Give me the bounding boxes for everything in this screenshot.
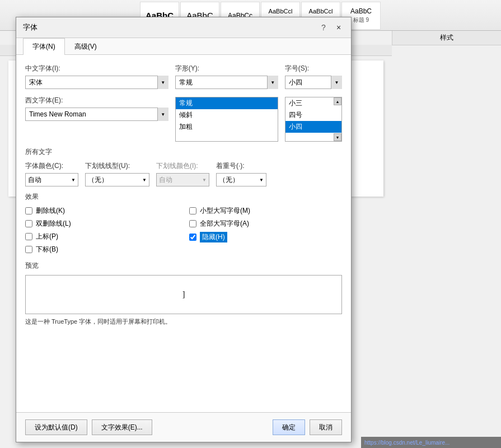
- font-style-list-wrap: 常规 倾斜 加粗: [175, 96, 278, 142]
- hidden-label[interactable]: 隐藏(H): [200, 232, 227, 242]
- dialog-title-actions: ? ×: [319, 22, 344, 33]
- text-effects-button[interactable]: 文字效果(E)...: [92, 419, 152, 435]
- chinese-font-input-wrap: ▼: [25, 76, 168, 89]
- font-size-dropdown[interactable]: ▼: [331, 76, 342, 89]
- double-strikethrough-checkbox[interactable]: [25, 220, 32, 227]
- all-text-section: 所有文字 字体颜色(C): 自动 ▼ 下划线线型(U): （无） ▼: [25, 147, 342, 186]
- font-size-list-wrap: 小三 四号 小四 ▲ ▼: [285, 96, 342, 142]
- font-size-input-wrap: ▼: [285, 76, 342, 89]
- preview-header: 预览: [25, 261, 342, 270]
- font-style-group: 字形(Y): ▼: [175, 64, 278, 89]
- size-option-4[interactable]: 四号: [285, 109, 341, 121]
- western-font-dropdown[interactable]: ▼: [157, 108, 168, 121]
- effects-header: 效果: [25, 192, 342, 202]
- font-size-list-group: 小三 四号 小四 ▲ ▼: [285, 96, 342, 142]
- small-caps-checkbox[interactable]: [189, 207, 196, 214]
- dialog-body: 中文字体(I): ▼ 字形(Y): ▼ 字号(S): ▼: [16, 55, 351, 335]
- preview-box: ]: [25, 275, 342, 314]
- all-text-row: 字体颜色(C): 自动 ▼ 下划线线型(U): （无） ▼ 下划: [25, 161, 342, 186]
- western-font-group: 西文字体(E): ▼: [25, 96, 168, 142]
- double-strikethrough-item: 双删除线(L): [25, 219, 178, 228]
- effects-right-col: 小型大写字母(M) 全部大写字母(A) 隐藏(H): [189, 206, 342, 254]
- font-style-list[interactable]: 常规 倾斜 加粗: [175, 97, 278, 142]
- underline-style-field: 下划线线型(U): （无） ▼: [85, 161, 149, 186]
- size-option-small3[interactable]: 小三: [285, 97, 341, 109]
- double-strikethrough-label[interactable]: 双删除线(L): [36, 219, 71, 228]
- font-style-dropdown[interactable]: ▼: [267, 76, 278, 89]
- font-style-label: 字形(Y):: [175, 64, 278, 73]
- underline-color-label: 下划线颜色(I):: [156, 161, 209, 171]
- dialog-titlebar: 字体 ? ×: [16, 17, 351, 38]
- western-font-input[interactable]: [25, 108, 168, 121]
- font-color-label: 字体颜色(C):: [25, 161, 78, 171]
- font-color-select[interactable]: 自动 ▼: [25, 173, 78, 186]
- size-option-small4[interactable]: 小四: [285, 121, 341, 133]
- tab-advanced[interactable]: 高级(V): [65, 38, 106, 55]
- size-list-scroll-down[interactable]: ▼: [334, 133, 341, 141]
- underline-style-label: 下划线线型(U):: [85, 161, 149, 171]
- emphasis-select[interactable]: （无） ▼: [216, 173, 266, 186]
- chinese-font-dropdown[interactable]: ▼: [157, 76, 168, 89]
- style-option-bold[interactable]: 加粗: [176, 121, 278, 133]
- effects-left-col: 删除线(K) 双删除线(L) 上标(P) 下标(B): [25, 206, 178, 254]
- font-size-label: 字号(S):: [285, 64, 342, 73]
- underline-style-select[interactable]: （无） ▼: [85, 173, 149, 186]
- dialog-help-button[interactable]: ?: [319, 22, 329, 32]
- chinese-font-group: 中文字体(I): ▼: [25, 64, 168, 89]
- strikethrough-label[interactable]: 删除线(K): [36, 206, 65, 216]
- subscript-label[interactable]: 下标(B): [36, 245, 58, 254]
- style-option-regular[interactable]: 常规: [176, 97, 278, 109]
- font-size-group: 字号(S): ▼: [285, 64, 342, 89]
- ok-button[interactable]: 确定: [273, 419, 305, 435]
- hidden-item: 隐藏(H): [189, 232, 342, 242]
- all-caps-item: 全部大写字母(A): [189, 219, 342, 228]
- subscript-checkbox[interactable]: [25, 246, 32, 253]
- styles-panel-header: 样式: [392, 31, 501, 45]
- style-option-italic[interactable]: 倾斜: [176, 109, 278, 121]
- url-bar: https://blog.csdn.net/Le_liumaire...: [361, 437, 501, 448]
- all-text-header: 所有文字: [25, 147, 342, 157]
- superscript-item: 上标(P): [25, 232, 178, 241]
- effects-grid: 删除线(K) 双删除线(L) 上标(P) 下标(B): [25, 206, 342, 254]
- effects-section: 效果 删除线(K) 双删除线(L) 上标(P): [25, 192, 342, 254]
- underline-color-select[interactable]: 自动 ▼: [156, 173, 209, 186]
- hidden-checkbox[interactable]: [189, 234, 196, 241]
- underline-style-dropdown-arrow[interactable]: ▼: [142, 178, 147, 183]
- size-list-scroll-up[interactable]: ▲: [334, 97, 341, 105]
- cancel-button[interactable]: 取消: [310, 419, 342, 435]
- dialog-title: 字体: [23, 22, 38, 32]
- footer-left-buttons: 设为默认值(D) 文字效果(E)...: [25, 419, 152, 435]
- western-font-label: 西文字体(E):: [25, 96, 168, 105]
- emphasis-dropdown-arrow[interactable]: ▼: [259, 178, 264, 183]
- footer-right-buttons: 确定 取消: [273, 419, 342, 435]
- underline-color-dropdown-arrow[interactable]: ▼: [202, 178, 207, 183]
- subscript-item: 下标(B): [25, 245, 178, 254]
- western-font-row: 西文字体(E): ▼ 常规 倾斜: [25, 96, 342, 142]
- font-size-list[interactable]: 小三 四号 小四 ▲ ▼: [285, 97, 342, 142]
- superscript-label[interactable]: 上标(P): [36, 232, 58, 241]
- font-dialog: 字体 ? × 字体(N) 高级(V) 中文字体(I): ▼: [16, 17, 352, 442]
- all-caps-checkbox[interactable]: [189, 220, 196, 227]
- font-style-input-wrap: ▼: [175, 76, 278, 89]
- dialog-tabs: 字体(N) 高级(V): [16, 38, 351, 55]
- small-caps-label[interactable]: 小型大写字母(M): [200, 206, 250, 216]
- font-style-input[interactable]: [175, 76, 278, 89]
- superscript-checkbox[interactable]: [25, 233, 32, 240]
- font-color-dropdown-arrow[interactable]: ▼: [71, 178, 76, 183]
- strikethrough-item: 删除线(K): [25, 206, 178, 216]
- tab-font[interactable]: 字体(N): [23, 38, 65, 55]
- small-caps-item: 小型大写字母(M): [189, 206, 342, 216]
- chinese-font-label: 中文字体(I):: [25, 64, 168, 73]
- font-color-field: 字体颜色(C): 自动 ▼: [25, 161, 78, 186]
- dialog-close-button[interactable]: ×: [333, 22, 344, 33]
- chinese-font-input[interactable]: [25, 76, 168, 89]
- set-default-button[interactable]: 设为默认值(D): [25, 419, 87, 435]
- emphasis-label: 着重号(·):: [216, 161, 266, 171]
- emphasis-field: 着重号(·): （无） ▼: [216, 161, 266, 186]
- font-style-list-group: 常规 倾斜 加粗: [175, 96, 278, 142]
- all-caps-label[interactable]: 全部大写字母(A): [200, 219, 249, 228]
- preview-description: 这是一种 TrueType 字体，同时适用于屏幕和打印机。: [25, 318, 342, 326]
- underline-color-field: 下划线颜色(I): 自动 ▼: [156, 161, 209, 186]
- strikethrough-checkbox[interactable]: [25, 207, 32, 214]
- dialog-footer: 设为默认值(D) 文字效果(E)... 确定 取消: [16, 412, 351, 442]
